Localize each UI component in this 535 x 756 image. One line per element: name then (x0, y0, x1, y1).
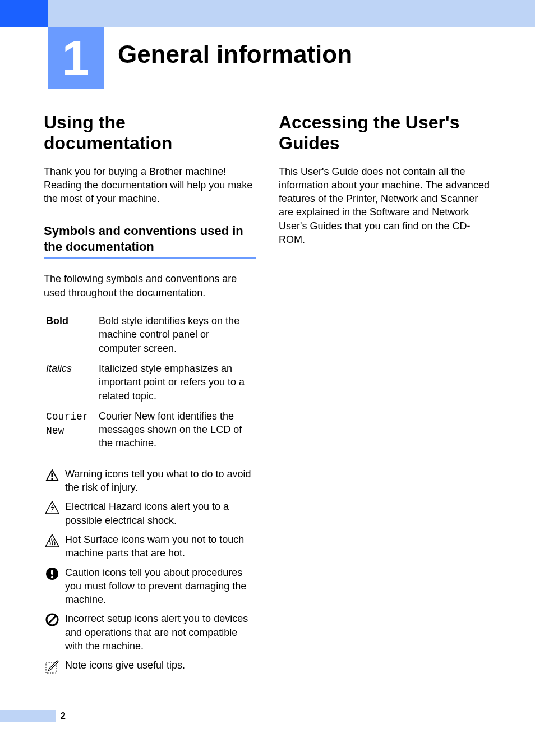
definition-text: Italicized style emphasizes an important… (96, 358, 256, 406)
definition-text: Courier New font identifies the messages… (96, 406, 256, 454)
icon-row: Note icons give useful tips. (44, 658, 256, 674)
definition-row: Bold Bold style identifies keys on the m… (44, 311, 256, 358)
icon-description: Incorrect setup icons alert you to devic… (65, 612, 256, 653)
section-heading-using: Using the documentation (44, 112, 256, 154)
icon-row: Warning icons tell you what to do to avo… (44, 467, 256, 495)
electrical-hazard-icon (44, 500, 61, 514)
note-icon (44, 658, 61, 674)
chapter-number-block: 1 (48, 27, 104, 89)
svg-rect-0 (52, 473, 53, 477)
chapter-number: 1 (62, 33, 90, 82)
subsection-heading-symbols: Symbols and conventions used in the docu… (44, 223, 256, 259)
svg-point-4 (51, 575, 53, 578)
svg-rect-3 (51, 570, 53, 575)
left-column: Using the documentation Thank you for bu… (44, 112, 256, 680)
definition-term: Bold (46, 315, 68, 326)
accessing-paragraph: This User's Guide does not contain all t… (279, 165, 491, 247)
icon-row: Caution icons tell you about procedures … (44, 566, 256, 607)
icon-description: Caution icons tell you about procedures … (65, 566, 256, 607)
icon-row: Hot Surface icons warn you not to touch … (44, 533, 256, 560)
page-number: 2 (61, 711, 66, 721)
incorrect-setup-icon (44, 612, 61, 626)
warning-icon (44, 467, 61, 482)
definition-term: Courier New (46, 411, 89, 436)
icon-description: Electrical Hazard icons alert you to a p… (65, 500, 256, 527)
icon-row: Electrical Hazard icons alert you to a p… (44, 500, 256, 527)
definition-row: Italics Italicized style emphasizes an i… (44, 358, 256, 406)
svg-rect-1 (52, 478, 53, 480)
intro-paragraph: Thank you for buying a Brother machine! … (44, 165, 256, 206)
definition-row: Courier New Courier New font identifies … (44, 406, 256, 454)
caution-icon (44, 566, 61, 580)
svg-line-6 (48, 616, 56, 624)
icon-description: Warning icons tell you what to do to avo… (65, 467, 256, 495)
symbols-intro: The following symbols and conventions ar… (44, 272, 256, 299)
footer-bar (0, 710, 56, 722)
icon-description: Note icons give useful tips. (65, 658, 185, 672)
definition-term: Italics (46, 363, 72, 374)
header-bar (0, 0, 535, 27)
definition-text: Bold style identifies keys on the machin… (96, 311, 256, 358)
definition-table: Bold Bold style identifies keys on the m… (44, 311, 256, 454)
section-heading-accessing: Accessing the User's Guides (279, 112, 491, 154)
hot-surface-icon (44, 533, 61, 547)
icon-row: Incorrect setup icons alert you to devic… (44, 612, 256, 653)
chapter-title: General information (118, 40, 352, 68)
icon-description: Hot Surface icons warn you not to touch … (65, 533, 256, 560)
right-column: Accessing the User's Guides This User's … (279, 112, 491, 680)
